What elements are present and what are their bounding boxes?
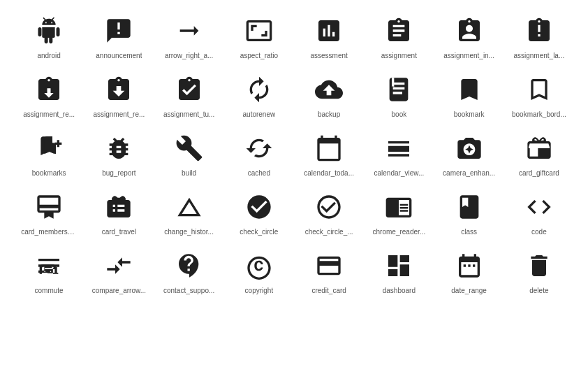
date-range-icon: [453, 249, 486, 282]
icon-cell-class[interactable]: class: [434, 183, 504, 242]
aspect-ratio-icon: [242, 14, 276, 48]
icon-cell-check-circle[interactable]: check_circle: [224, 183, 294, 242]
icon-cell-backup[interactable]: backup: [294, 66, 364, 124]
assessment-icon: [312, 14, 346, 48]
icon-cell-calendar-view-day[interactable]: calendar_view...: [364, 124, 434, 183]
bookmark-border-icon: [522, 73, 556, 106]
icon-cell-aspect-ratio[interactable]: aspect_ratio: [224, 7, 294, 66]
icon-cell-assignment[interactable]: assignment: [364, 7, 434, 66]
icon-cell-bookmark[interactable]: bookmark: [434, 66, 504, 124]
assignment-late-icon: [522, 14, 556, 48]
icon-cell-code[interactable]: code: [504, 183, 574, 242]
icon-cell-assignment-ind[interactable]: assignment_in...: [434, 7, 504, 66]
assignment-ind-label: assignment_in...: [443, 52, 494, 60]
check-circle-label: check_circle: [240, 228, 278, 236]
camera-enhance-label: camera_enhan...: [443, 169, 495, 178]
icon-cell-credit-card[interactable]: credit_card: [294, 242, 364, 301]
commute-label: commute: [35, 287, 64, 295]
svg-rect-0: [115, 198, 124, 200]
assignment-label: assignment: [381, 52, 417, 60]
icon-cell-delete[interactable]: delete: [504, 242, 574, 301]
announcement-icon: [102, 14, 135, 48]
svg-point-1: [44, 271, 45, 273]
icon-cell-autorenew[interactable]: autorenew: [224, 66, 294, 124]
book-label: book: [392, 110, 407, 119]
icon-cell-chrome-reader-mode[interactable]: chrome_reader...: [364, 183, 434, 242]
icon-cell-bug-report[interactable]: bug_report: [84, 124, 154, 183]
check-circle-outline-label: check_circle_...: [305, 228, 353, 236]
icon-cell-assignment-returned[interactable]: assignment_re...: [84, 66, 154, 124]
class-icon: [453, 190, 486, 224]
icon-cell-bookmarks[interactable]: bookmarks: [14, 124, 84, 183]
assignment-returned-icon: [102, 73, 135, 106]
autorenew-label: autorenew: [243, 110, 276, 119]
chrome-reader-mode-label: chrome_reader...: [373, 228, 426, 236]
icon-cell-dashboard[interactable]: dashboard: [364, 242, 434, 301]
icon-cell-assessment[interactable]: assessment: [294, 7, 364, 66]
icon-cell-date-range[interactable]: date_range: [434, 242, 504, 301]
card-travel-icon: [102, 190, 135, 224]
backup-icon: [312, 73, 346, 106]
change-history-label: change_histor...: [164, 228, 214, 236]
copyright-label: copyright: [245, 287, 274, 295]
icon-cell-camera-enhance[interactable]: camera_enhan...: [434, 124, 504, 183]
change-history-icon: [172, 190, 206, 224]
assessment-label: assessment: [310, 52, 347, 60]
bookmark-label: bookmark: [454, 110, 485, 119]
icon-cell-android[interactable]: android: [14, 7, 84, 66]
calendar-today-label: calendar_toda...: [304, 169, 354, 178]
compare-arrows-label: compare_arrow...: [92, 287, 146, 295]
icon-cell-bookmark-border[interactable]: bookmark_bord...: [504, 66, 574, 124]
dashboard-icon: [382, 249, 416, 282]
copyright-icon: [242, 249, 276, 282]
icon-cell-compare-arrows[interactable]: compare_arrow...: [84, 242, 154, 301]
android-label: android: [37, 52, 60, 60]
icon-cell-assignment-turned-in[interactable]: assignment_tu...: [154, 66, 224, 124]
calendar-today-icon: [312, 131, 346, 165]
date-range-label: date_range: [451, 287, 487, 295]
bug-report-icon: [102, 131, 135, 165]
bookmark-icon: [453, 73, 486, 106]
bug-report-label: bug_report: [102, 169, 135, 178]
assignment-returned-label: assignment_re...: [93, 110, 145, 119]
contact-support-label: contact_suppo...: [163, 287, 214, 295]
icon-cell-check-circle-outline[interactable]: check_circle_...: [294, 183, 364, 242]
assignment-return-label: assignment_re...: [23, 110, 75, 119]
card-membership-label: card_membersh...: [21, 228, 77, 236]
icon-cell-calendar-today[interactable]: calendar_toda...: [294, 124, 364, 183]
chrome-reader-mode-icon: [382, 190, 416, 224]
icon-cell-card-membership[interactable]: card_membersh...: [14, 183, 84, 242]
icon-cell-build[interactable]: build: [154, 124, 224, 183]
icon-cell-announcement[interactable]: announcement: [84, 7, 154, 66]
icon-cell-assignment-late[interactable]: assignment_la...: [504, 7, 574, 66]
code-icon: [522, 190, 556, 224]
icon-cell-copyright[interactable]: copyright: [224, 242, 294, 301]
assignment-ind-icon: [453, 14, 486, 48]
assignment-turned-in-label: assignment_tu...: [163, 110, 214, 119]
icon-cell-contact-support[interactable]: contact_suppo...: [154, 242, 224, 301]
icon-cell-card-travel[interactable]: card_travel: [84, 183, 154, 242]
card-membership-icon: [32, 190, 66, 224]
icon-cell-assignment-return[interactable]: assignment_re...: [14, 66, 84, 124]
icon-cell-cached[interactable]: cached: [224, 124, 294, 183]
code-label: code: [531, 228, 547, 236]
bookmark-border-label: bookmark_bord...: [512, 110, 566, 119]
icon-cell-book[interactable]: book: [364, 66, 434, 124]
compare-arrows-icon: [102, 249, 135, 282]
assignment-icon: [382, 14, 416, 48]
card-giftcard-label: card_giftcard: [519, 169, 559, 178]
check-circle-icon: [242, 190, 276, 224]
credit-card-icon: [312, 249, 346, 282]
commute-icon: [32, 249, 66, 282]
bookmarks-icon: [32, 131, 66, 165]
icon-cell-card-giftcard[interactable]: card_giftcard: [504, 124, 574, 183]
arrow-right-alt-label: arrow_right_a...: [165, 52, 213, 60]
icon-cell-commute[interactable]: commute: [14, 242, 84, 301]
icon-cell-arrow-right-alt[interactable]: arrow_right_a...: [154, 7, 224, 66]
assignment-return-icon: [32, 73, 66, 106]
check-circle-outline-icon: [312, 190, 346, 224]
build-label: build: [182, 169, 196, 178]
assignment-turned-in-icon: [172, 73, 206, 106]
backup-label: backup: [318, 110, 340, 119]
icon-cell-change-history[interactable]: change_histor...: [154, 183, 224, 242]
